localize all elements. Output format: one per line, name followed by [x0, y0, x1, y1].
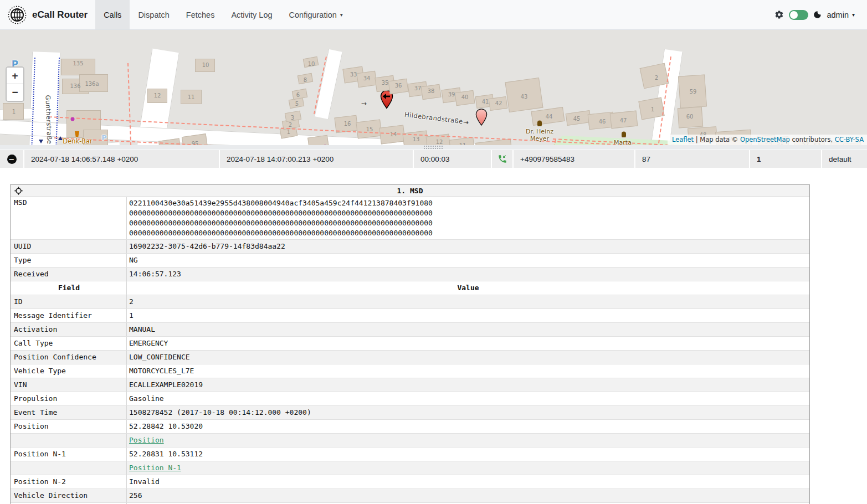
- field-label: MSD: [11, 197, 127, 239]
- field-value: 52.28831 10.53112: [127, 448, 809, 461]
- field-value: Position N-1: [127, 461, 809, 475]
- nav-item-fetches[interactable]: Fetches: [178, 0, 223, 29]
- call-row[interactable]: − 2024-07-18 14:06:57.148 +0200 2024-07-…: [0, 150, 867, 168]
- position-link[interactable]: Position N-1: [129, 464, 181, 472]
- field-value: 2: [127, 295, 809, 308]
- value-column-header: Value: [127, 281, 809, 295]
- user-name: admin: [827, 11, 849, 19]
- field-label: Vehicle Direction: [11, 489, 127, 502]
- nav-item-configuration[interactable]: Configuration▾: [281, 0, 351, 29]
- app-title: eCall Router: [32, 9, 88, 20]
- field-label: Position N-1: [11, 448, 127, 461]
- house-number: 3: [291, 115, 294, 121]
- house-number: 47: [620, 117, 627, 124]
- house-number: 34: [363, 75, 371, 81]
- field-value: 1: [127, 309, 809, 322]
- table-row-type: TypeNG: [11, 254, 809, 268]
- toggle-knob: [790, 11, 798, 19]
- house-number: 33: [350, 71, 357, 78]
- pane-resizer[interactable]: [0, 145, 867, 150]
- field-value: 256: [127, 489, 809, 502]
- table-row-vehicle-type: Vehicle TypeMOTORCYCLES_L7E: [11, 364, 809, 378]
- house-number: 12: [154, 92, 161, 99]
- oecon-logo-globe-icon: [8, 6, 27, 24]
- oneway-arrow-down-icon: [39, 140, 43, 143]
- house-number: 59: [690, 89, 697, 95]
- position-link[interactable]: Position: [129, 436, 164, 444]
- house-number: 46: [599, 119, 606, 125]
- table-row-vin: VINECALLEXAMPLE02019: [11, 378, 809, 392]
- map[interactable]: + − Leaflet | Map data © OpenStreetMap c…: [0, 30, 867, 145]
- monument-icon: [622, 132, 626, 137]
- field-label: [11, 461, 127, 475]
- oneway-arrow-up-icon: [58, 136, 63, 140]
- house-number: 95: [192, 141, 199, 146]
- field-label: Event Time: [11, 406, 127, 419]
- brand-wrap: eCall Router: [0, 0, 95, 29]
- table-row-position-n-2: Position N-2Invalid: [11, 475, 809, 489]
- table-row-call-type: Call TypeEMERGENCY: [11, 337, 809, 351]
- table-row-id: ID2: [11, 295, 809, 309]
- field-label: Type: [11, 254, 127, 267]
- house-number: 11: [188, 94, 195, 100]
- nav-item-activity-log[interactable]: Activity Log: [223, 0, 280, 29]
- zoom-in-button[interactable]: +: [7, 68, 23, 84]
- leaflet-link[interactable]: Leaflet: [672, 136, 694, 143]
- field-value: 16902232-3075-42d6-b779-14f83d84aa22: [127, 240, 809, 253]
- table-row-position: Position: [11, 434, 809, 448]
- call-code: 87: [634, 150, 749, 168]
- openstreetmap-link[interactable]: OpenStreetMap: [740, 136, 790, 143]
- field-value: 1508278452 (2017-10-18 00:14:12.000 +020…: [127, 406, 809, 419]
- field-value: 14:06:57.123: [127, 268, 809, 281]
- house-number: 40: [461, 94, 469, 100]
- table-row-position: Position52.28842 10.53020: [11, 420, 809, 434]
- navbar-right: admin ▾: [774, 0, 867, 29]
- house-number: 2: [655, 75, 658, 81]
- field-value: LOW_CONFIDENCE: [127, 351, 809, 364]
- oneway-arrow-icon: →: [463, 118, 469, 126]
- nav-item-dispatch[interactable]: Dispatch: [130, 0, 177, 29]
- field-label: UUID: [11, 240, 127, 253]
- settings-gear-icon[interactable]: [774, 10, 784, 19]
- zoom-out-button[interactable]: −: [7, 84, 23, 101]
- table-row-activation: ActivationMANUAL: [11, 323, 809, 337]
- call-end-time: 2024-07-18 14:07:00.213 +0200: [219, 150, 413, 168]
- nav-item-calls[interactable]: Calls: [95, 0, 130, 29]
- chevron-down-icon: ▾: [340, 12, 343, 18]
- field-label: Position N-2: [11, 475, 127, 488]
- table-row-uuid: UUID16902232-3075-42d6-b779-14f83d84aa22: [11, 240, 809, 254]
- collapse-call-button[interactable]: −: [7, 155, 17, 164]
- incoming-call-icon: [497, 154, 507, 164]
- navbar: eCall Router CallsDispatchFetchesActivit…: [0, 0, 867, 30]
- table-row-position-n-1: Position N-1: [11, 461, 809, 475]
- user-menu[interactable]: admin ▾: [827, 11, 855, 19]
- chevron-down-icon: ▾: [852, 12, 855, 18]
- house-number: 5: [295, 101, 299, 107]
- house-number: 44: [546, 114, 553, 120]
- previous-position-marker[interactable]: [475, 108, 488, 128]
- house-number: 12: [436, 139, 443, 145]
- house-number: 60: [686, 114, 694, 120]
- house-number: 16: [344, 121, 351, 127]
- house-number: 41: [482, 99, 489, 105]
- msd-info-body: MSD0221100430e30a51439e2955d438008004940…: [11, 197, 809, 281]
- dark-mode-toggle[interactable]: [789, 10, 808, 20]
- house-number: 6: [296, 92, 300, 98]
- house-number: 42: [495, 100, 502, 106]
- house-number: 14: [390, 131, 397, 137]
- table-row-received: Received14:06:57.123: [11, 268, 809, 281]
- license-link[interactable]: CC-BY-SA: [835, 136, 864, 143]
- locate-target-icon[interactable]: [14, 187, 23, 195]
- call-duration: 00:00:03: [413, 150, 491, 168]
- msd-panel-title: 1. MSD: [397, 187, 423, 195]
- field-value: Invalid: [127, 475, 809, 488]
- msd-panel-header: 1. MSD: [11, 185, 809, 197]
- house-number: 1: [287, 129, 290, 135]
- street-label: Hildebrandstraße: [404, 111, 464, 126]
- field-value: Gasoline: [127, 392, 809, 405]
- moon-icon: [813, 11, 822, 19]
- field-label: [11, 434, 127, 447]
- parking-label: P: [101, 133, 107, 142]
- msd-columns-header: Field Value: [11, 281, 809, 295]
- house-number: 10: [308, 61, 315, 67]
